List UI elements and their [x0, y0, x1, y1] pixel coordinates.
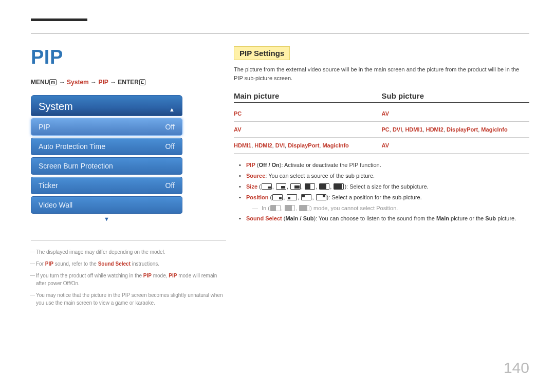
table-row: AV PC, DVI, HDMI1, HDMI2, DisplayPort, M… [234, 122, 529, 138]
size-icon-3 [290, 183, 301, 190]
size-icon-1 [262, 183, 272, 190]
osd-menu-item[interactable]: Auto Protection TimeOff [31, 138, 182, 155]
td-main: PC [234, 110, 382, 117]
note-3: If you turn the product off while watchi… [36, 272, 224, 287]
osd-menu-item-label: Video Wall [39, 201, 72, 209]
td-sub: AV [382, 110, 530, 117]
td-sub: PC, DVI, HDMI1, HDMI2, DisplayPort, Magi… [382, 126, 530, 133]
breadcrumb-menu: MENU [31, 79, 49, 86]
size-icon-2 [276, 183, 286, 190]
breadcrumb-arrow: → [59, 79, 65, 86]
page-number: 140 [504, 359, 529, 377]
bullet-source: Source: You can select a source of the s… [234, 171, 529, 181]
header-rule [31, 33, 529, 34]
osd-menu-item[interactable]: Video Wall [31, 196, 182, 214]
size-icon-5 [319, 183, 329, 190]
bullet-position: Position (, , , ): Select a position for… [234, 192, 529, 214]
osd-menu-item-label: Ticker [39, 181, 58, 190]
osd-menu-item-value: Off [165, 123, 175, 131]
scroll-up-icon: ▲ [169, 106, 175, 113]
osd-menu-title: System ▲ [31, 95, 182, 116]
size-icon-gray-1 [270, 205, 281, 211]
pip-table: Main picture Sub picture PC AV AV PC, DV… [234, 91, 529, 154]
breadcrumb-enter: ENTER [118, 79, 139, 86]
table-header: Main picture Sub picture [234, 91, 529, 103]
osd-menu-item-label: PIP [39, 123, 50, 131]
osd-menu-item-value: Off [165, 181, 175, 190]
bullet-position-note: In (, , ) mode, you cannot select Positi… [262, 203, 529, 214]
breadcrumb-pip: PIP [98, 79, 108, 86]
page-title: PIP [31, 46, 224, 68]
pos-icon-tl [301, 194, 311, 200]
size-icon-4 [305, 183, 315, 190]
section-intro: The picture from the external video sour… [234, 65, 529, 82]
bullet-sound-select: Sound Select (Main / Sub): You can choos… [234, 213, 529, 224]
bullet-list: PIP (Off / On): Activate or deactivate t… [234, 160, 529, 224]
size-icon-gray-3 [299, 205, 309, 211]
osd-menu-item[interactable]: Screen Burn Protection [31, 157, 182, 175]
table-row: HDMI1, HDMI2, DVI, DisplayPort, MagicInf… [234, 138, 529, 154]
osd-menu-panel: System ▲ PIPOffAuto Protection TimeOffSc… [31, 95, 182, 222]
right-column: PIP Settings The picture from the extern… [234, 46, 529, 311]
size-icon-6 [334, 183, 344, 190]
td-main: HDMI1, HDMI2, DVI, DisplayPort, MagicInf… [234, 142, 382, 148]
enter-icon: E [139, 79, 145, 85]
breadcrumb: MENUm → System → PIP → ENTERE [31, 79, 224, 86]
th-main: Main picture [234, 91, 382, 100]
osd-menu-title-text: System [39, 101, 73, 112]
bullet-pip: PIP (Off / On): Activate or deactivate t… [234, 160, 529, 171]
breadcrumb-arrow: → [110, 79, 116, 86]
osd-menu-item-value: Off [165, 142, 175, 151]
breadcrumb-arrow: → [90, 79, 97, 86]
scroll-down-icon: ▼ [31, 214, 182, 222]
pos-icon-bl [287, 194, 297, 200]
left-column: PIP MENUm → System → PIP → ENTERE System… [31, 46, 224, 311]
osd-menu-item[interactable]: PIPOff [31, 118, 182, 136]
divider [31, 240, 226, 241]
osd-menu-item-label: Screen Burn Protection [39, 162, 113, 170]
note-2: For PIP sound, refer to the Sound Select… [36, 260, 224, 268]
pos-icon-br [272, 194, 283, 200]
td-sub: AV [382, 142, 530, 148]
pos-icon-tr [316, 194, 326, 200]
header-accent-bar [31, 18, 87, 21]
size-icon-gray-2 [285, 205, 295, 211]
bullet-size: Size (, , , , , ): Select a size for the… [234, 181, 529, 192]
section-heading: PIP Settings [234, 46, 290, 60]
th-sub: Sub picture [382, 91, 530, 100]
td-main: AV [234, 126, 382, 133]
menu-icon: m [49, 79, 57, 85]
osd-menu-item[interactable]: TickerOff [31, 177, 182, 194]
note-1: The displayed image may differ depending… [36, 248, 224, 256]
breadcrumb-system: System [67, 79, 89, 86]
table-row: PC AV [234, 106, 529, 122]
osd-menu-item-label: Auto Protection Time [39, 142, 105, 151]
note-4: You may notice that the picture in the P… [36, 291, 224, 307]
